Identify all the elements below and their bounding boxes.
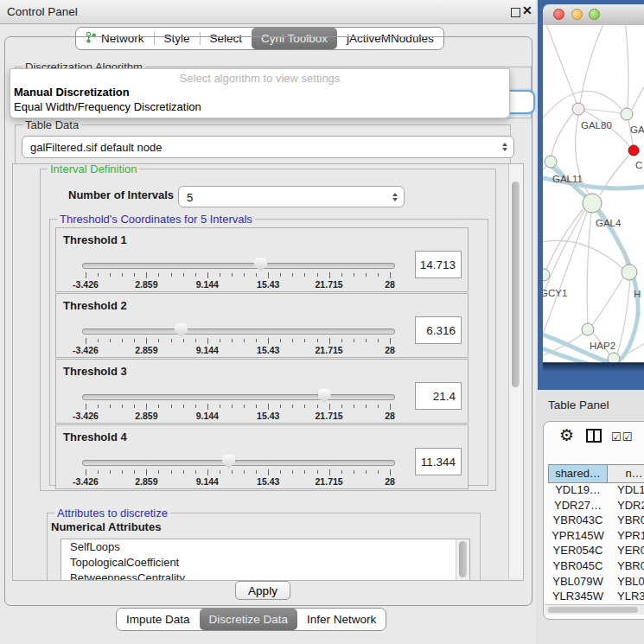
apply-button[interactable]: Apply	[235, 581, 290, 600]
network-node[interactable]	[583, 194, 602, 213]
network-node[interactable]	[621, 108, 633, 120]
attribute-item[interactable]: BetweennessCentrality	[61, 571, 469, 581]
minimize-button[interactable]	[571, 9, 583, 20]
slider-tick	[232, 273, 233, 277]
slider-tick-label: 28	[385, 476, 395, 487]
slider-tick	[195, 339, 196, 342]
table-row[interactable]: YBR043CYBR0	[548, 513, 644, 529]
threshold-list: Threshold 1-3.4262.8599.14415.4321.71528…	[55, 227, 469, 490]
threshold-value-field[interactable]: 21.4	[415, 382, 462, 410]
network-node[interactable]	[572, 103, 584, 115]
gear-icon[interactable]: ⚙	[559, 425, 574, 445]
slider-tick	[304, 273, 305, 277]
list-scrollbar-thumb[interactable]	[459, 541, 467, 577]
number-of-intervals-combobox[interactable]: 5	[178, 186, 405, 207]
tab-discretize-data[interactable]: Discretize Data	[200, 609, 298, 630]
network-node[interactable]	[582, 323, 594, 335]
table-row[interactable]: YER054CYER0	[548, 544, 644, 559]
network-node-label: GAL11	[552, 174, 583, 184]
vertical-scrollbar-thumb[interactable]	[512, 182, 520, 387]
network-desktop: GAL80GACGAL11GAL4GCY1HHAP2	[538, 0, 644, 390]
threshold-label: Threshold 1	[63, 233, 127, 246]
slider-tick	[304, 339, 305, 342]
table-row[interactable]: YDL19…YDL1	[548, 483, 644, 499]
tab-infer-network[interactable]: Infer Network	[297, 609, 386, 630]
slider-tick-label: 15.43	[257, 345, 279, 355]
slider-tick-label: 9.144	[196, 279, 219, 290]
threshold-value-field[interactable]: 6.316	[415, 316, 462, 344]
network-canvas[interactable]: GAL80GACGAL11GAL4GCY1HHAP2	[543, 25, 644, 363]
cell-name: YBL0	[608, 575, 644, 590]
table-data-combobox[interactable]: galFiltered.sif default node	[22, 136, 514, 158]
slider-track	[82, 328, 395, 335]
cyni-panel: Discretization Algorithm Select algorith…	[4, 36, 532, 606]
checkbox-icons[interactable]: ☑☑	[611, 430, 633, 443]
tab-impute-data[interactable]: Impute Data	[117, 609, 200, 630]
horizontal-scrollbar-thumb[interactable]	[548, 607, 638, 613]
slider-tick	[195, 273, 196, 277]
number-of-intervals-label: Number of Intervals	[68, 188, 174, 201]
slider-tick	[158, 339, 159, 342]
network-edge	[620, 343, 644, 358]
checkbox-icon[interactable]: ☑	[611, 430, 622, 443]
slider-thumb[interactable]	[175, 323, 188, 337]
list-scrollbar[interactable]	[456, 539, 469, 581]
network-graph[interactable]: GAL80GACGAL11GAL4GCY1HHAP2	[543, 25, 644, 363]
horizontal-scrollbar[interactable]	[545, 604, 644, 615]
network-edge	[587, 213, 591, 323]
network-node-label: GCY1	[543, 288, 567, 298]
table-row[interactable]: YLR345WYLR3	[548, 590, 644, 604]
attribute-item[interactable]: TopologicalCoefficient	[61, 555, 469, 571]
network-node[interactable]	[628, 145, 639, 156]
dropdown-option-manual[interactable]: Manual Discretization	[10, 86, 509, 99]
slider-thumb[interactable]	[222, 455, 235, 469]
table-row[interactable]: YBL079WYBL0	[548, 575, 644, 590]
slider-thumb[interactable]	[254, 258, 267, 271]
table-row[interactable]: YDR27…YDR2	[548, 499, 644, 514]
slider-tick	[171, 339, 172, 342]
float-window-icon[interactable]	[511, 8, 520, 17]
slider-tick	[183, 273, 184, 277]
numerical-attributes-listbox[interactable]: SelfLoopsTopologicalCoefficientBetweenne…	[61, 539, 470, 581]
slider-tick	[207, 338, 208, 344]
slider-tick	[366, 405, 367, 408]
slider-tick	[183, 405, 184, 408]
attribute-item[interactable]: SelfLoops	[61, 539, 469, 555]
threshold-slider[interactable]: -3.4262.8599.14415.4321.71528	[82, 455, 393, 488]
slider-thumb[interactable]	[318, 389, 331, 403]
slider-tick	[304, 405, 305, 408]
slider-tick	[256, 339, 257, 342]
network-node[interactable]	[622, 265, 637, 280]
slider-tick	[244, 339, 245, 342]
threshold-slider[interactable]: -3.4262.8599.14415.4321.71528	[82, 323, 393, 356]
slider-tick	[207, 469, 208, 475]
vertical-scrollbar[interactable]	[508, 164, 523, 578]
threshold-value-field[interactable]: 11.344	[415, 448, 462, 475]
cell-shared-name: YDL19…	[548, 483, 608, 499]
column-split-icon[interactable]	[586, 429, 602, 446]
threshold-slider[interactable]: -3.4262.8599.14415.4321.71528	[82, 258, 393, 290]
network-node[interactable]	[545, 156, 557, 168]
dropdown-option-equal-width[interactable]: Equal Width/Frequency Discretization	[10, 100, 509, 113]
slider-tick	[98, 339, 99, 342]
combobox-value: 5	[187, 190, 193, 203]
slider-tick	[304, 470, 305, 474]
network-node-label: HAP2	[590, 341, 615, 351]
threshold-slider[interactable]: -3.4262.8599.14415.4321.71528	[82, 389, 393, 422]
column-header-name[interactable]: n…	[608, 464, 644, 483]
slider-tick	[183, 339, 184, 342]
table-row[interactable]: YPR145WYPR1	[548, 529, 644, 545]
close-button[interactable]	[553, 9, 564, 20]
slider-tick-label: 9.144	[196, 476, 219, 487]
slider-tick	[122, 470, 123, 474]
slider-tick	[110, 470, 111, 474]
table-row[interactable]: YBR045CYBR0	[548, 559, 644, 575]
slider-tick	[110, 339, 111, 342]
checkbox-icon[interactable]: ☑	[622, 430, 634, 443]
slider-tick	[195, 405, 196, 408]
close-icon[interactable]: ✕	[522, 3, 532, 17]
threshold-value-field[interactable]: 14.713	[415, 251, 462, 278]
column-header-shared-name[interactable]: shared…	[548, 464, 608, 483]
zoom-button[interactable]	[589, 9, 600, 20]
slider-tick-label: 2.859	[135, 345, 157, 355]
